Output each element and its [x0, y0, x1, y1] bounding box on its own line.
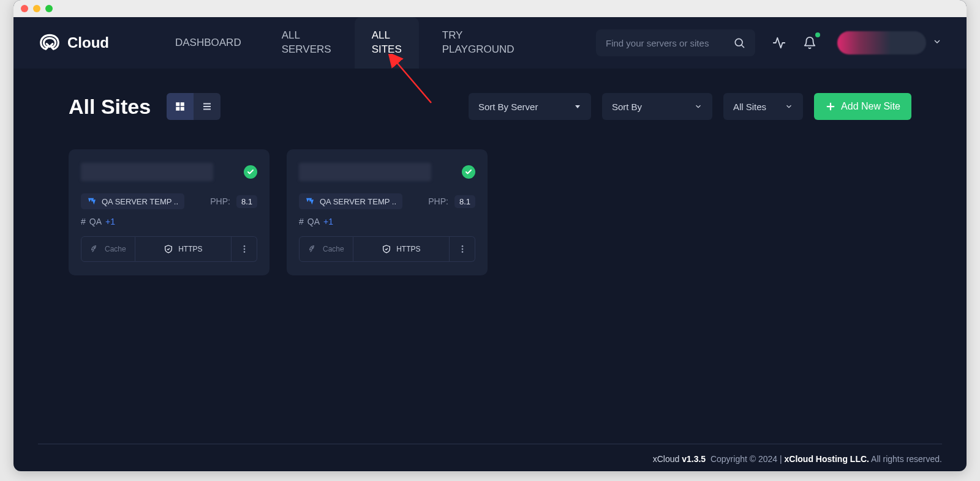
plus-icon	[825, 101, 836, 112]
nav-all-servers[interactable]: ALL SERVERS	[265, 17, 349, 69]
status-ok-icon	[462, 165, 475, 179]
nav-try-playground[interactable]: TRY PLAYGROUND	[425, 17, 532, 69]
tag-name: QA	[89, 217, 102, 226]
caret-down-icon	[574, 103, 581, 110]
tag-prefix: #	[299, 217, 304, 226]
scope-label: All Sites	[733, 102, 766, 112]
svg-point-14	[243, 248, 245, 250]
search-icon	[733, 37, 745, 49]
https-button[interactable]: HTTPS	[135, 236, 232, 262]
site-name-redacted	[299, 163, 431, 181]
svg-rect-4	[181, 102, 184, 106]
site-name-redacted	[81, 163, 213, 181]
svg-point-16	[312, 247, 313, 248]
cache-label: Cache	[105, 245, 126, 253]
kebab-icon	[458, 244, 467, 254]
sort-by-label: Sort By	[612, 102, 642, 112]
site-card[interactable]: QA SERVER TEMP .. PHP: 8.1 # QA +1 Cache…	[287, 149, 488, 275]
sort-by-server-dropdown[interactable]: Sort By Server	[469, 93, 591, 120]
shield-icon	[164, 244, 173, 254]
card-menu-button[interactable]	[232, 236, 257, 262]
footer: xCloud v1.3.5 Copyright © 2024 | xCloud …	[653, 454, 942, 464]
tag-more[interactable]: +1	[323, 217, 333, 226]
shield-icon	[382, 244, 391, 254]
server-name: QA SERVER TEMP ..	[102, 197, 178, 206]
server-chip[interactable]: QA SERVER TEMP ..	[81, 193, 184, 209]
footer-rights: All rights reserved.	[871, 454, 942, 464]
footer-product: xCloud	[653, 454, 680, 464]
php-version: 8.1	[236, 195, 257, 208]
svg-point-15	[243, 251, 245, 253]
brand-name: Cloud	[67, 34, 109, 51]
nav-dashboard[interactable]: DASHBOARD	[158, 17, 258, 69]
vultr-icon	[87, 196, 97, 206]
php-version: 8.1	[454, 195, 475, 208]
https-label: HTTPS	[396, 245, 420, 253]
chevron-down-icon	[694, 102, 703, 111]
search-input[interactable]	[606, 38, 726, 48]
mac-titlebar	[13, 0, 967, 17]
sort-by-dropdown[interactable]: Sort By	[602, 93, 712, 120]
notifications-icon[interactable]	[801, 34, 819, 52]
cache-button[interactable]: Cache	[299, 236, 353, 262]
nav-all-sites[interactable]: ALL SITES	[355, 17, 419, 69]
chevron-down-icon	[785, 102, 793, 111]
php-label: PHP:	[210, 196, 230, 206]
main-content: All Sites Sort By Server Sort By	[13, 69, 967, 275]
rocket-icon	[308, 244, 318, 254]
notification-dot	[815, 32, 820, 37]
window-zoom-dot[interactable]	[45, 5, 53, 12]
page-title: All Sites	[69, 95, 151, 119]
window-minimize-dot[interactable]	[33, 5, 40, 12]
xcloud-logo-icon	[38, 31, 61, 54]
rocket-icon	[90, 244, 100, 254]
tag-prefix: #	[81, 217, 86, 226]
svg-point-13	[243, 245, 245, 247]
svg-rect-6	[181, 107, 184, 111]
svg-rect-5	[176, 107, 179, 111]
tag-name: QA	[307, 217, 320, 226]
footer-divider	[38, 444, 942, 444]
svg-point-17	[461, 245, 463, 247]
cache-label: Cache	[323, 245, 344, 253]
svg-rect-3	[176, 102, 179, 106]
window-close-dot[interactable]	[21, 5, 28, 12]
profile-chip[interactable]	[837, 31, 926, 54]
php-label: PHP:	[428, 196, 448, 206]
list-view-button[interactable]	[194, 93, 221, 120]
svg-point-19	[461, 251, 463, 253]
footer-version: v1.3.5	[682, 454, 706, 464]
footer-copyright: Copyright © 2024 |	[710, 454, 782, 464]
cache-button[interactable]: Cache	[81, 236, 135, 262]
add-new-site-label: Add New Site	[841, 101, 900, 112]
profile-menu-chevron[interactable]	[932, 37, 942, 49]
brand-logo[interactable]: Cloud	[38, 31, 109, 54]
svg-point-12	[94, 247, 95, 248]
tag-more[interactable]: +1	[105, 217, 115, 226]
scope-dropdown[interactable]: All Sites	[723, 93, 803, 120]
global-search[interactable]	[596, 29, 755, 56]
svg-point-18	[461, 248, 463, 250]
footer-company: xCloud Hosting LLC.	[785, 454, 869, 464]
card-menu-button[interactable]	[450, 236, 475, 262]
top-nav: Cloud DASHBOARD ALL SERVERS ALL SITES TR…	[13, 17, 967, 69]
view-toggle	[167, 93, 221, 120]
sort-by-server-label: Sort By Server	[478, 102, 538, 112]
vultr-icon	[305, 196, 315, 206]
site-card[interactable]: QA SERVER TEMP .. PHP: 8.1 # QA +1 Cache…	[69, 149, 270, 275]
add-new-site-button[interactable]: Add New Site	[814, 93, 911, 120]
kebab-icon	[239, 244, 249, 254]
https-button[interactable]: HTTPS	[353, 236, 450, 262]
svg-line-1	[742, 45, 744, 48]
grid-view-button[interactable]	[167, 93, 194, 120]
https-label: HTTPS	[178, 245, 202, 253]
server-name: QA SERVER TEMP ..	[320, 197, 396, 206]
status-ok-icon	[244, 165, 257, 179]
activity-icon[interactable]	[770, 34, 788, 52]
server-chip[interactable]: QA SERVER TEMP ..	[299, 193, 402, 209]
